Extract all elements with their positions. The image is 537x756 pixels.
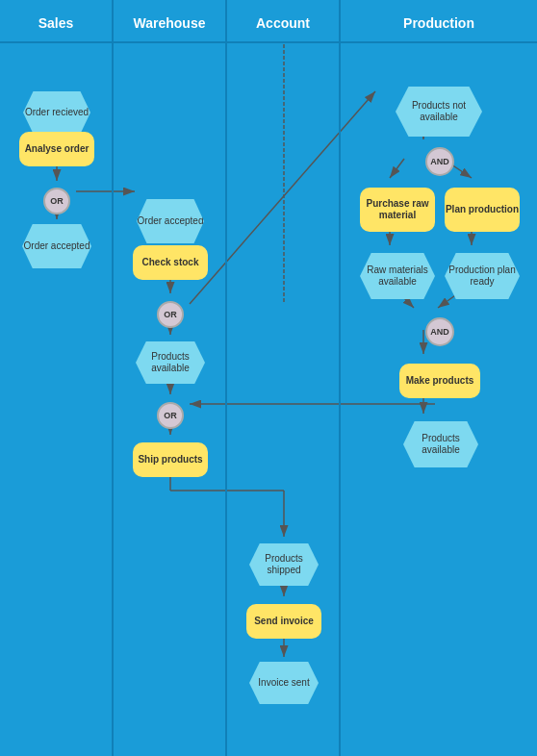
send-invoice-node: Send invoice (246, 604, 321, 639)
and-gate-1-label: AND (430, 157, 449, 166)
order-accepted-wh-label: Order accepted (138, 215, 204, 227)
products-available-prod-node: Products available (403, 421, 478, 467)
plan-production-node: Plan production (445, 188, 520, 232)
raw-materials-label: Raw materials available (360, 265, 435, 288)
or-gate-3-label: OR (164, 411, 177, 420)
send-invoice-label: Send invoice (254, 616, 314, 627)
lane-account-body: Products shipped Send invoice Invoice se… (227, 43, 339, 756)
lane-account: Account Products shipped Send invoice In… (227, 0, 341, 756)
purchase-raw-node: Purchase raw material (360, 188, 435, 232)
lane-sales: Sales Order recieved Analyse order OR Or… (0, 0, 114, 756)
or-gate-2-label: OR (164, 310, 177, 319)
invoice-sent-node: Invoice sent (249, 662, 319, 704)
ship-products-label: Ship products (138, 454, 202, 466)
swimlane-diagram: Sales Order recieved Analyse order OR Or… (0, 0, 537, 756)
analyse-order-label: Analyse order (25, 143, 90, 155)
lane-warehouse-header: Warehouse (114, 5, 225, 43)
or-gate-2: OR (157, 301, 184, 328)
lane-warehouse-body: Order accepted Check stock OR Products a… (114, 43, 225, 756)
or-gate-3: OR (157, 402, 184, 429)
lane-production-label: Production (403, 15, 474, 31)
lane-warehouse-label: Warehouse (134, 15, 206, 31)
products-shipped-node: Products shipped (249, 543, 319, 586)
ship-products-node: Ship products (133, 442, 208, 477)
products-available-wh-label: Products available (136, 351, 205, 374)
products-shipped-label: Products shipped (249, 553, 319, 576)
make-products-label: Make products (406, 375, 474, 387)
order-accepted-wh-node: Order accepted (137, 199, 204, 243)
production-plan-node: Production plan ready (445, 253, 520, 299)
products-not-available-node: Products not available (396, 87, 482, 137)
and-gate-2-label: AND (430, 327, 449, 337)
order-received-label: Order recieved (25, 107, 89, 118)
order-accepted-sales-label: Order accepted (24, 240, 90, 252)
check-stock-node: Check stock (133, 245, 208, 280)
lane-production: Production Products not available AND Pu… (341, 0, 537, 756)
lane-sales-label: Sales (38, 15, 74, 31)
lane-production-header: Production (341, 5, 537, 43)
lane-sales-body: Order recieved Analyse order OR Order ac… (0, 43, 112, 756)
products-available-prod-label: Products available (403, 433, 478, 456)
lane-account-header: Account (227, 5, 339, 43)
order-accepted-sales-node: Order accepted (22, 224, 91, 268)
products-not-available-label: Products not available (396, 100, 482, 123)
lane-account-label: Account (256, 15, 310, 31)
or-gate-1: OR (43, 188, 70, 214)
plan-production-label: Plan production (446, 204, 519, 215)
or-gate-1-label: OR (50, 196, 64, 206)
raw-materials-node: Raw materials available (360, 253, 435, 299)
check-stock-label: Check stock (142, 257, 199, 268)
order-received-node: Order recieved (23, 91, 90, 134)
lane-sales-header: Sales (0, 5, 112, 43)
products-available-wh-node: Products available (136, 341, 205, 384)
purchase-raw-label: Purchase raw material (360, 198, 435, 221)
make-products-node: Make products (399, 364, 480, 398)
analyse-order-node: Analyse order (19, 132, 94, 166)
lane-warehouse: Warehouse Order accepted Check stock OR … (114, 0, 227, 756)
and-gate-2: AND (425, 317, 454, 346)
invoice-sent-label: Invoice sent (258, 677, 309, 689)
lane-production-body: Products not available AND Purchase raw … (341, 43, 537, 756)
and-gate-1: AND (425, 147, 454, 176)
production-plan-label: Production plan ready (445, 265, 520, 288)
